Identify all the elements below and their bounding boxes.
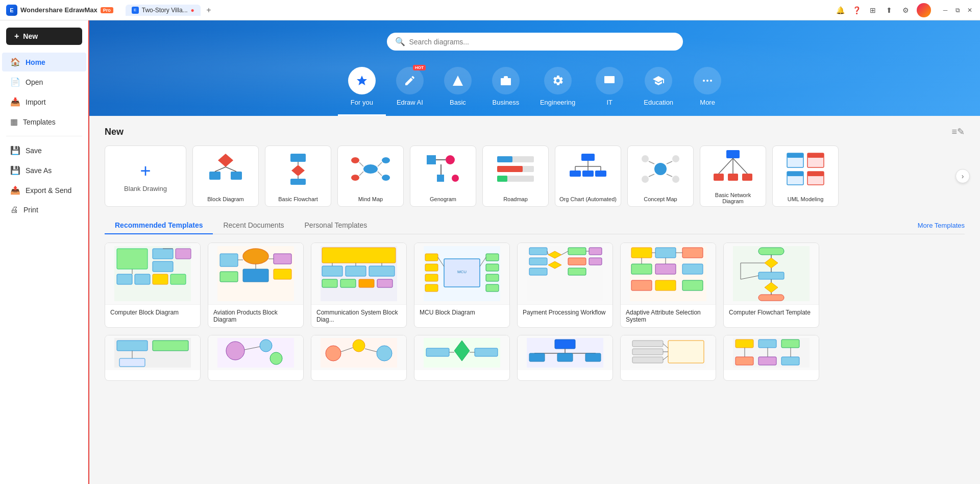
- sidebar-item-home[interactable]: 🏠 Home: [2, 53, 86, 71]
- category-education[interactable]: Education: [633, 63, 683, 116]
- sidebar-item-save[interactable]: 💾 Save: [2, 141, 86, 160]
- svg-rect-159: [117, 341, 148, 351]
- add-tab-button[interactable]: +: [203, 4, 215, 16]
- flowchart-card[interactable]: Basic Flowchart: [265, 146, 331, 207]
- sidebar-item-save-as[interactable]: 💾 Save As: [2, 161, 86, 180]
- more-icon: [694, 67, 721, 94]
- svg-rect-135: [631, 264, 652, 274]
- sidebar-item-import[interactable]: 📥 Import: [2, 92, 86, 111]
- scroll-right-arrow[interactable]: ›: [955, 169, 970, 183]
- template-row2-1[interactable]: [105, 335, 201, 381]
- template-row2-3-thumb: [311, 335, 406, 370]
- notification-icon[interactable]: 🔔: [835, 5, 845, 15]
- restore-button[interactable]: ⧉: [953, 6, 962, 14]
- svg-line-52: [649, 161, 654, 164]
- block-diagram-card[interactable]: Block Diagram: [192, 146, 259, 207]
- svg-rect-124: [568, 258, 586, 265]
- svg-rect-75: [176, 249, 191, 259]
- share-icon[interactable]: ⬆: [884, 5, 894, 15]
- title-bar-actions: 🔔 ❓ ⊞ ⬆ ⚙ ─ ⧉ ✕: [835, 3, 974, 17]
- template-row2-1-thumb: [105, 335, 200, 370]
- network-card[interactable]: Basic Network Diagram: [700, 146, 766, 207]
- category-business[interactable]: Business: [482, 63, 530, 116]
- svg-rect-132: [631, 248, 652, 258]
- mindmap-card[interactable]: Mind Map: [337, 146, 404, 207]
- education-icon: [645, 67, 672, 94]
- template-name-adaptive: Adaptive Attribute Selection System: [621, 304, 716, 327]
- roadmap-card[interactable]: Roadmap: [482, 146, 549, 207]
- open-tab[interactable]: E Two-Story Villa... ●: [126, 5, 201, 16]
- svg-point-47: [654, 163, 667, 175]
- genogram-img: [410, 146, 476, 192]
- template-adaptive-attr[interactable]: Adaptive Attribute Selection System: [620, 243, 716, 328]
- search-box[interactable]: 🔍: [387, 33, 683, 51]
- svg-rect-107: [425, 254, 438, 261]
- svg-rect-70: [807, 172, 824, 176]
- svg-rect-85: [243, 269, 268, 282]
- search-icon: 🔍: [395, 37, 405, 46]
- close-button[interactable]: ✕: [966, 6, 974, 14]
- avatar[interactable]: [917, 3, 931, 17]
- genogram-card[interactable]: Genogram: [410, 146, 476, 207]
- svg-rect-68: [787, 172, 803, 176]
- template-computer-flowchart[interactable]: Computer Flowchart Template: [723, 243, 819, 328]
- template-mcu-block[interactable]: MCU MCU Block Di: [414, 243, 510, 328]
- tab-recent[interactable]: Recent Documents: [213, 217, 294, 234]
- tab-recommended[interactable]: Recommended Templates: [105, 217, 213, 234]
- svg-rect-72: [117, 249, 148, 269]
- categories-row: For you HOT Edraw AI Basic: [110, 63, 960, 116]
- template-comm-block[interactable]: Communication System Block Diag...: [311, 243, 407, 328]
- it-icon: [596, 67, 623, 94]
- orgchart-card[interactable]: Org Chart (Automated): [555, 146, 621, 207]
- svg-rect-139: [655, 280, 676, 291]
- svg-rect-78: [153, 274, 168, 284]
- tab-personal[interactable]: Personal Templates: [295, 217, 378, 234]
- svg-rect-140: [682, 280, 703, 291]
- category-engineering[interactable]: Engineering: [530, 63, 585, 116]
- plus-icon: +: [14, 32, 19, 41]
- help-icon[interactable]: ❓: [851, 5, 862, 15]
- sidebar-item-open[interactable]: 📄 Open: [2, 72, 86, 91]
- template-row2-5[interactable]: [517, 335, 613, 381]
- settings-icon[interactable]: ⚙: [900, 5, 911, 15]
- svg-rect-111: [486, 254, 499, 261]
- template-computer-block[interactable]: Computer Block Diagram: [105, 243, 201, 328]
- category-for-you[interactable]: For you: [338, 63, 386, 116]
- svg-line-24: [378, 162, 382, 166]
- new-section-title: New: [105, 127, 124, 137]
- template-row2-7-thumb: [724, 335, 819, 370]
- apps-icon[interactable]: ⊞: [868, 5, 878, 15]
- template-thumb-comm: [311, 243, 406, 304]
- new-button[interactable]: + New: [6, 28, 82, 45]
- svg-rect-181: [555, 340, 575, 349]
- template-payment-workflow[interactable]: Payment Processing Workflow: [517, 243, 613, 328]
- minimize-button[interactable]: ─: [941, 6, 949, 14]
- template-row2-2[interactable]: [208, 335, 304, 381]
- concept-card[interactable]: Concept Map: [627, 146, 694, 207]
- category-edraw-ai[interactable]: HOT Edraw AI: [386, 63, 434, 116]
- category-it[interactable]: IT: [585, 63, 633, 116]
- template-row2-7[interactable]: [723, 335, 819, 381]
- sidebar-label-home: Home: [26, 58, 45, 66]
- blank-drawing-card[interactable]: + Blank Drawing: [105, 146, 186, 207]
- category-basic[interactable]: Basic: [434, 63, 482, 116]
- svg-line-54: [649, 174, 654, 177]
- category-more[interactable]: More: [683, 63, 731, 116]
- save-icon: 💾: [10, 146, 20, 155]
- template-row2-4[interactable]: [414, 335, 510, 381]
- new-section-action[interactable]: ≡✎: [951, 126, 965, 137]
- basic-label: Basic: [450, 99, 466, 106]
- template-name-computer-flowchart: Computer Flowchart Template: [724, 304, 819, 320]
- template-grid-row2: [105, 335, 965, 381]
- sidebar-item-export[interactable]: 📤 Export & Send: [2, 181, 86, 200]
- template-row2-3[interactable]: [311, 335, 407, 381]
- sidebar-item-print[interactable]: 🖨 Print: [2, 201, 86, 219]
- uml-card[interactable]: UML Modeling: [772, 146, 839, 207]
- more-templates-link[interactable]: More Templates: [918, 222, 965, 229]
- sidebar-item-templates[interactable]: ▦ Templates: [2, 112, 86, 131]
- template-row2-6[interactable]: [620, 335, 716, 381]
- search-input[interactable]: [409, 38, 675, 46]
- svg-line-25: [378, 172, 382, 176]
- tab-close-icon[interactable]: ●: [191, 7, 194, 14]
- template-aviation-block[interactable]: Aviation Products Block Diagram: [208, 243, 304, 328]
